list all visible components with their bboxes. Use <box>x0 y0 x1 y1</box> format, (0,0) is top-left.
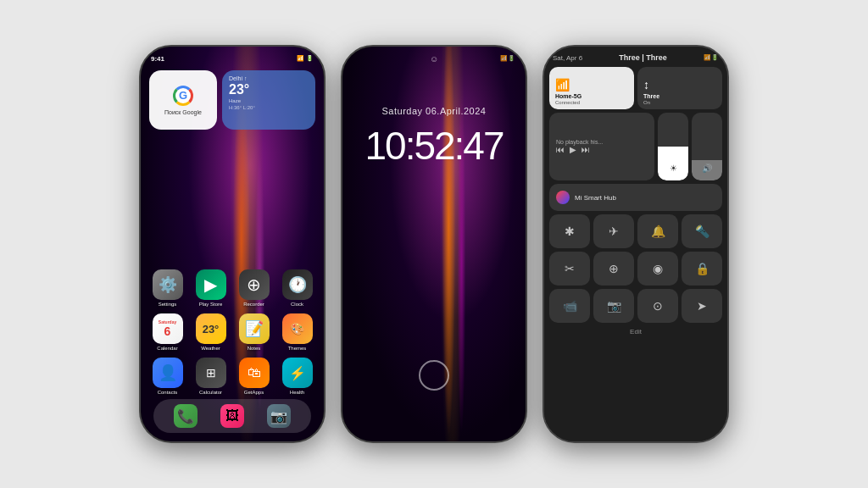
volume-icon: 🔊 <box>702 164 712 173</box>
wifi-sublabel: Connected <box>555 100 580 105</box>
cc-title: Three | Three <box>619 53 667 62</box>
health-icon: ⚡ <box>282 358 313 388</box>
cc-toggle-eye[interactable]: ◉ <box>637 252 678 286</box>
cc-toggle-scissors[interactable]: ✂ <box>549 252 590 286</box>
app-contacts[interactable]: 👤 Contacts <box>149 358 186 395</box>
cc-network-tile[interactable]: ↕ Three On <box>637 67 722 109</box>
cc-status-icons: 📶🔋 <box>704 54 719 61</box>
app-health[interactable]: ⚡ Health <box>279 358 315 395</box>
app-themes[interactable]: 🎨 Themes <box>279 313 315 351</box>
smart-hub-icon <box>556 191 570 204</box>
contacts-icon: 👤 <box>153 358 183 388</box>
cc-media-player[interactable]: No playback his... ⏮ ▶ ⏭ <box>549 113 654 180</box>
cc-smart-hub[interactable]: Mi Smart Hub <box>549 184 722 211</box>
dock-camera[interactable]: 📷 <box>267 404 291 428</box>
weather-range: H:36° L:20° <box>229 105 309 110</box>
smart-hub-label: Mi Smart Hub <box>575 194 616 202</box>
dock-phone[interactable]: 📞 <box>174 404 198 428</box>
cc-toggle-bell[interactable]: 🔔 <box>637 214 678 248</box>
app-label-contacts: Contacts <box>158 390 178 395</box>
calendar-icon: Saturday6 <box>153 313 183 344</box>
cc-toggle-lock[interactable]: 🔒 <box>682 252 722 286</box>
weather-app-icon: 23° <box>196 313 226 344</box>
cc-wifi-tile[interactable]: 📶 Home-5G Connected <box>549 67 634 109</box>
dock-gallery[interactable]: 🖼 <box>220 404 244 428</box>
control-center: Sat, Apr 6 Three | Three 📶🔋 📶 Home-5G Co… <box>544 47 727 441</box>
cc-toggle-torch[interactable]: 🔦 <box>682 214 722 248</box>
notes-icon: 📝 <box>239 313 270 344</box>
status-bar: 9:41 📶🔋 <box>151 52 314 65</box>
settings-icon: ⚙️ <box>153 269 183 300</box>
app-label-calculator: Calculator <box>199 390 222 395</box>
lock-date: Saturday 06.April.2024 <box>342 106 526 116</box>
status-time: 9:41 <box>151 55 164 63</box>
calculator-icon: ⊞ <box>196 358 226 388</box>
app-label-weather: Weather <box>201 346 220 351</box>
google-widget[interactable]: G Поиск Google <box>149 70 217 130</box>
next-icon[interactable]: ⏭ <box>581 145 590 154</box>
cc-toggle-airplane[interactable]: ✈ <box>593 214 634 248</box>
cc-brightness-slider[interactable]: ☀ <box>658 113 688 180</box>
dock: 📞 🖼 📷 <box>153 399 311 433</box>
prev-icon[interactable]: ⏮ <box>556 145 565 154</box>
cc-media-row: No playback his... ⏮ ▶ ⏭ ☀ <box>549 113 722 180</box>
app-calendar[interactable]: Saturday6 Calendar <box>149 313 186 351</box>
cc-volume-slider[interactable]: 🔊 <box>692 113 722 180</box>
lock-status-icons: 📶🔋 <box>500 55 515 62</box>
app-label-health: Health <box>290 390 304 395</box>
network-label: Three <box>643 93 659 100</box>
app-calculator[interactable]: ⊞ Calculator <box>192 358 229 395</box>
network-sublabel: On <box>643 100 650 105</box>
app-playstore[interactable]: ▶ Play Store <box>192 269 229 307</box>
app-label-themes: Themes <box>288 346 307 351</box>
weather-widget[interactable]: Delhi ↑ 23° Haze H:36° L:20° <box>222 70 315 130</box>
app-label-getapps: GetApps <box>244 390 264 395</box>
cc-edit-button[interactable]: Edit <box>549 326 722 337</box>
brightness-icon: ☀ <box>670 164 677 173</box>
cc-toggle-video[interactable]: 📹 <box>549 289 590 323</box>
media-controls: ⏮ ▶ ⏭ <box>556 145 648 154</box>
cc-toggle-grid-1: ✱ ✈ 🔔 🔦 <box>549 214 722 248</box>
wifi-label: Home-5G <box>555 93 581 100</box>
network-icon: ↕ <box>643 78 649 92</box>
weather-city: Delhi ↑ <box>229 75 309 81</box>
app-label-calendar: Calendar <box>157 346 177 351</box>
app-weather[interactable]: 23° Weather <box>192 313 229 351</box>
app-label-notes: Notes <box>248 346 261 351</box>
app-label-recorder: Recorder <box>243 302 264 307</box>
weather-temp: 23° <box>229 82 309 97</box>
cc-toggle-bluetooth[interactable]: ✱ <box>549 214 590 248</box>
app-label-playstore: Play Store <box>199 302 223 307</box>
clock-icon: 🕐 <box>282 269 313 300</box>
cc-top-bar: Sat, Apr 6 Three | Three 📶🔋 <box>549 52 722 64</box>
wifi-icon: 📶 <box>555 78 570 92</box>
google-label: Поиск Google <box>164 109 202 115</box>
play-icon[interactable]: ▶ <box>570 145 576 154</box>
widget-area: G Поиск Google Delhi ↑ 23° Haze H:36° L:… <box>149 70 315 130</box>
app-recorder[interactable]: ⊕ Recorder <box>236 269 272 307</box>
app-label-clock: Clock <box>291 302 303 307</box>
cc-toggle-grid-2: ✂ ⊕ ◉ 🔒 <box>549 252 722 286</box>
cc-toggle-cam3[interactable]: ⊙ <box>637 289 678 323</box>
lock-status-right: 📶🔋 <box>500 55 515 62</box>
themes-icon: 🎨 <box>282 313 313 344</box>
cc-connectivity-row: 📶 Home-5G Connected ↕ Three On <box>549 67 722 109</box>
status-icons: 📶🔋 <box>297 55 314 62</box>
lock-circle[interactable] <box>419 360 449 391</box>
cc-toggle-record[interactable]: ⊕ <box>593 252 634 286</box>
app-label-settings: Settings <box>159 302 177 307</box>
cc-toggle-grid-3: 📹 📷 ⊙ ➤ <box>549 289 722 323</box>
app-getapps[interactable]: 🛍 GetApps <box>236 358 272 395</box>
app-notes[interactable]: 📝 Notes <box>236 313 272 351</box>
media-row-right: ☀ 🔊 <box>658 113 722 180</box>
cc-toggle-camera[interactable]: 📷 <box>593 289 634 323</box>
cc-toggle-location[interactable]: ➤ <box>682 289 722 323</box>
app-grid: ⚙️ Settings ▶ Play Store ⊕ Recorder 🕐 Cl… <box>149 269 315 395</box>
app-settings[interactable]: ⚙️ Settings <box>149 269 186 307</box>
app-clock[interactable]: 🕐 Clock <box>279 269 315 307</box>
media-no-playback: No playback his... <box>556 139 648 145</box>
getapps-icon: 🛍 <box>239 358 270 388</box>
face-unlock-icon: ☺ <box>430 54 438 64</box>
cc-date: Sat, Apr 6 <box>553 54 582 62</box>
phone-control-center: Sat, Apr 6 Three | Three 📶🔋 📶 Home-5G Co… <box>542 45 729 443</box>
